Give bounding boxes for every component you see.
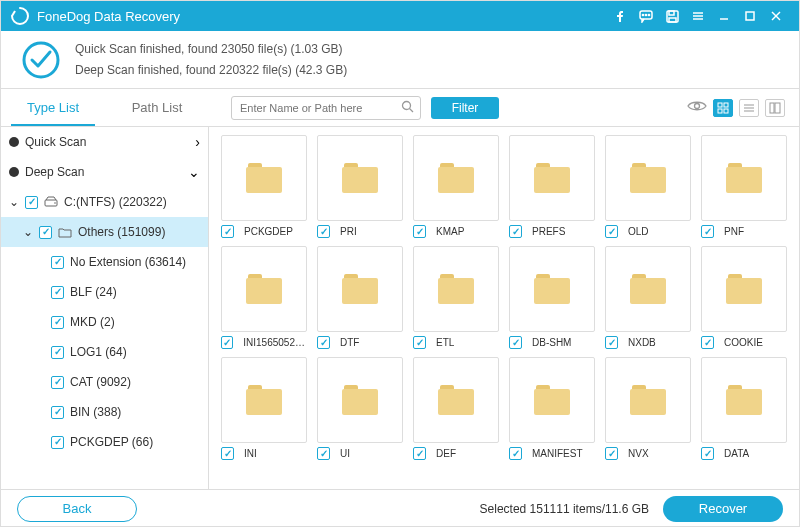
checkbox[interactable] [509, 336, 522, 349]
file-card[interactable]: OLD [605, 135, 691, 238]
summary-line-1: Quick Scan finished, found 23050 file(s)… [75, 39, 347, 59]
checkbox[interactable] [509, 447, 522, 460]
checkbox[interactable] [221, 447, 234, 460]
checkbox[interactable] [413, 447, 426, 460]
folder-icon [246, 163, 282, 193]
drive-icon [44, 196, 58, 208]
view-list-icon[interactable] [739, 99, 759, 117]
view-grid-icon[interactable] [713, 99, 733, 117]
minimize-icon[interactable] [711, 3, 737, 29]
checkbox[interactable] [317, 447, 330, 460]
checkbox[interactable] [413, 336, 426, 349]
file-card[interactable]: INI1565052569 [221, 246, 307, 349]
sidebar-item[interactable]: BIN (388) [1, 397, 208, 427]
sidebar-item[interactable]: CAT (9092) [1, 367, 208, 397]
view-detail-icon[interactable] [765, 99, 785, 117]
file-card[interactable]: PNF [701, 135, 787, 238]
sidebar-item-label: BLF (24) [70, 285, 117, 299]
checkbox[interactable] [51, 376, 64, 389]
filter-button[interactable]: Filter [431, 97, 499, 119]
chevron-down-icon[interactable]: ⌄ [23, 225, 35, 239]
sidebar-others[interactable]: ⌄ Others (151099) [1, 217, 208, 247]
checkbox[interactable] [701, 336, 714, 349]
feedback-icon[interactable] [633, 3, 659, 29]
svg-rect-18 [718, 103, 722, 107]
svg-point-14 [24, 43, 58, 77]
folder-icon [534, 163, 570, 193]
file-card[interactable]: KMAP [413, 135, 499, 238]
svg-line-16 [410, 108, 414, 112]
folder-thumbnail [221, 135, 307, 221]
checkbox[interactable] [605, 225, 618, 238]
file-card[interactable]: MANIFEST [509, 357, 595, 460]
chevron-down-icon[interactable]: ⌄ [9, 195, 21, 209]
checkbox[interactable] [413, 225, 426, 238]
checkbox[interactable] [701, 225, 714, 238]
maximize-icon[interactable] [737, 3, 763, 29]
sidebar-deep-scan[interactable]: Deep Scan ⌄ [1, 157, 208, 187]
search-icon[interactable] [401, 100, 414, 116]
file-card[interactable]: PRI [317, 135, 403, 238]
file-card[interactable]: COOKIE [701, 246, 787, 349]
file-card[interactable]: UI [317, 357, 403, 460]
app-title: FoneDog Data Recovery [37, 9, 607, 24]
tab-path-list[interactable]: Path List [105, 89, 209, 126]
preview-icon[interactable] [687, 99, 707, 116]
checkbox[interactable] [51, 406, 64, 419]
checkbox[interactable] [51, 256, 64, 269]
search-input-wrap[interactable] [231, 96, 421, 120]
checkbox[interactable] [701, 447, 714, 460]
checkbox[interactable] [221, 225, 234, 238]
back-button[interactable]: Back [17, 496, 137, 522]
main-area: Quick Scan › Deep Scan ⌄ ⌄ C:(NTFS) (220… [1, 127, 799, 489]
file-card[interactable]: ETL [413, 246, 499, 349]
tab-type-list[interactable]: Type List [1, 89, 105, 126]
save-icon[interactable] [659, 3, 685, 29]
folder-icon [726, 163, 762, 193]
checkbox[interactable] [51, 436, 64, 449]
checkbox[interactable] [51, 346, 64, 359]
file-card[interactable]: DEF [413, 357, 499, 460]
checkbox[interactable] [39, 226, 52, 239]
facebook-icon[interactable] [607, 3, 633, 29]
file-card[interactable]: NXDB [605, 246, 691, 349]
folder-icon [630, 274, 666, 304]
sidebar-item[interactable]: PCKGDEP (66) [1, 427, 208, 457]
search-input[interactable] [240, 102, 401, 114]
sidebar-item-label: MKD (2) [70, 315, 115, 329]
file-card[interactable]: DATA [701, 357, 787, 460]
checkbox[interactable] [25, 196, 38, 209]
close-icon[interactable] [763, 3, 789, 29]
sidebar-quick-scan[interactable]: Quick Scan › [1, 127, 208, 157]
checkbox[interactable] [51, 316, 64, 329]
sidebar-drive[interactable]: ⌄ C:(NTFS) (220322) [1, 187, 208, 217]
checkbox[interactable] [317, 336, 330, 349]
checkbox[interactable] [317, 225, 330, 238]
file-card[interactable]: INI [221, 357, 307, 460]
folder-icon [630, 163, 666, 193]
file-name: PCKGDEP [244, 226, 293, 237]
checkbox[interactable] [51, 286, 64, 299]
file-card[interactable]: NVX [605, 357, 691, 460]
sidebar-item-label: BIN (388) [70, 405, 121, 419]
folder-icon [726, 385, 762, 415]
sidebar-item[interactable]: MKD (2) [1, 307, 208, 337]
file-card[interactable]: DTF [317, 246, 403, 349]
checkbox[interactable] [509, 225, 522, 238]
sidebar-item-label: No Extension (63614) [70, 255, 186, 269]
menu-icon[interactable] [685, 3, 711, 29]
file-card[interactable]: PREFS [509, 135, 595, 238]
sidebar-item[interactable]: LOG1 (64) [1, 337, 208, 367]
sidebar-item[interactable]: No Extension (63614) [1, 247, 208, 277]
sidebar-item[interactable]: BLF (24) [1, 277, 208, 307]
file-card[interactable]: DB-SHM [509, 246, 595, 349]
recover-button[interactable]: Recover [663, 496, 783, 522]
checkbox[interactable] [605, 336, 618, 349]
folder-icon [630, 385, 666, 415]
sidebar-item-label: PCKGDEP (66) [70, 435, 153, 449]
folder-icon [342, 385, 378, 415]
folder-icon [534, 274, 570, 304]
file-card[interactable]: PCKGDEP [221, 135, 307, 238]
checkbox[interactable] [605, 447, 618, 460]
checkbox[interactable] [221, 336, 233, 349]
